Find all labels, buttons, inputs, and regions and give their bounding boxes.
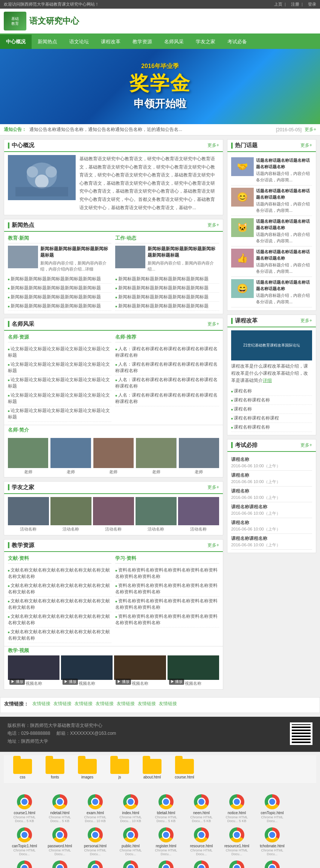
fl-item-1[interactable]: 友情链接: [53, 701, 72, 707]
famous-list-item[interactable]: 论文标题论文标题论文标题论文标题论文标题论文标题: [8, 345, 111, 360]
curriculum-detail[interactable]: 详细: [263, 378, 272, 383]
exam-course-5[interactable]: 课程名称课程名称: [231, 535, 312, 542]
famous-list-item[interactable]: 论文标题论文标题论文标题论文标题论文标题论文标题: [8, 375, 111, 391]
fl-item-5[interactable]: 友情链接: [138, 701, 156, 707]
famous-list-item[interactable]: 人名：课程名称课程名称课程名称课程名称课程名称课程名称: [115, 345, 219, 360]
news-list-item[interactable]: 新闻标题新闻标题新闻标题新闻标题新闻标题: [115, 302, 219, 311]
chrome-file-13[interactable]: resource.htmlChrome HTML Docu...: [184, 826, 218, 857]
nav-item-7[interactable]: 考试必备: [221, 35, 253, 49]
news-list-item[interactable]: 新闻标题新闻标题新闻标题新闻标题新闻标题: [8, 302, 111, 311]
resource-list-item[interactable]: 文献名称文献名称文献名称文献名称文献名称文献名称文献名称: [8, 566, 111, 581]
nav-link-6[interactable]: 学友之家: [190, 35, 221, 49]
chrome-file-1[interactable]: ndetail.htmlChrome HTML Docu... 5 KB: [43, 793, 77, 824]
chrome-file-15[interactable]: tchobnate.htmlChrome HTML Docu...: [255, 826, 289, 857]
chrome-file-11[interactable]: public.htmlChrome HTML Docu...: [114, 826, 148, 857]
famous-list-item[interactable]: 论文标题论文标题论文标题论文标题论文标题论文标题: [8, 391, 111, 406]
fl-item-6[interactable]: 友情链接: [159, 701, 177, 707]
folder-css[interactable]: css: [8, 759, 38, 779]
news-more[interactable]: 更多+: [207, 222, 219, 228]
exam-course-4[interactable]: 课程名称: [231, 520, 312, 526]
folder-images[interactable]: images: [72, 759, 102, 779]
video-play-0[interactable]: ▶ 播放: [9, 679, 25, 685]
nav-item-0[interactable]: 中心概况: [0, 35, 32, 49]
nav-link-4[interactable]: 教学资源: [126, 35, 158, 49]
news-list-item[interactable]: 新闻标题新闻标题新闻标题新闻标题新闻标题: [115, 284, 219, 293]
news-list-item[interactable]: 新闻标题新闻标题新闻标题新闻标题新闻标题: [8, 275, 111, 284]
nav-link-0[interactable]: 中心概况: [0, 35, 32, 49]
chrome-file-9[interactable]: password.htmlChrome HTML Docu...: [43, 826, 77, 857]
resource-list-item[interactable]: 资料名称资料名称资料名称资料名称资料名称资料名称资料名称资料名称: [115, 612, 219, 628]
chrome-file-8[interactable]: canTopic1.htmlChrome HTML Docu...: [8, 826, 41, 857]
top-link-home[interactable]: 上页: [274, 2, 282, 6]
chrome-file-2[interactable]: exam.htmlChrome HTML Docu... 10 KB: [78, 793, 112, 824]
notice-more[interactable]: 更多+: [305, 126, 316, 133]
fl-item-2[interactable]: 友情链接: [75, 701, 93, 707]
resource-list-item[interactable]: 资料名称资料名称资料名称资料名称资料名称资料名称资料名称资料名称: [115, 566, 219, 581]
famous-more[interactable]: 更多+: [207, 321, 219, 327]
nav-link-7[interactable]: 考试必备: [221, 35, 253, 49]
students-more[interactable]: 更多+: [207, 484, 219, 491]
exam-course-1[interactable]: 课程名称: [231, 472, 312, 479]
nav-link-3[interactable]: 课程改革: [95, 35, 126, 49]
top-link-register[interactable]: 注册: [291, 2, 299, 6]
hot-topics-more[interactable]: 更多+: [300, 142, 312, 149]
famous-list-item[interactable]: 人名：课程名称课程名称课程名称课程名称课程名称课程名称: [115, 375, 219, 391]
chrome-file-14[interactable]: resource1.htmlChrome HTML Docu...: [220, 826, 254, 857]
chrome-file-23[interactable]: vdetail.htmlChrome HTML Docu...: [255, 859, 289, 868]
folder-about.html[interactable]: about.html: [137, 759, 167, 779]
folder-course.html[interactable]: course.html: [169, 759, 200, 779]
nav-item-2[interactable]: 语文论坛: [63, 35, 95, 49]
exam-course-3[interactable]: 课程名称课程名称: [231, 504, 312, 510]
famous-list-item[interactable]: 人名：课程名称课程名称课程名称课程名称课程名称课程名称: [115, 391, 219, 406]
curriculum-list-item-1[interactable]: 课程名称课程名称: [231, 396, 312, 405]
chrome-file-20[interactable]: teachers1.htmlChrome HTML Docu...: [149, 859, 183, 868]
resource-list-item[interactable]: 文献名称文献名称文献名称文献名称文献名称文献名称文献名称: [8, 581, 111, 597]
chrome-file-7[interactable]: cenTopic.htmlChrome HTML Docu...: [255, 793, 289, 824]
hot-topic-title-0[interactable]: 话题名称话题名称话题名称话题名称话题名称: [256, 157, 312, 170]
chrome-file-17[interactable]: t1detail.htmlChrome HTML Docu...: [43, 859, 77, 868]
famous-list-item[interactable]: 论文标题论文标题论文标题论文标题论文标题论文标题: [8, 360, 111, 375]
nav-item-1[interactable]: 新闻热点: [32, 35, 63, 49]
resource-list-item[interactable]: 文献名称文献名称文献名称文献名称文献名称文献名称文献名称: [8, 597, 111, 612]
nav-item-4[interactable]: 教学资源: [126, 35, 158, 49]
resource-list-item[interactable]: 资料名称资料名称资料名称资料名称资料名称资料名称资料名称资料名称: [115, 581, 219, 597]
news-list-item[interactable]: 新闻标题新闻标题新闻标题新闻标题新闻标题: [8, 284, 111, 293]
news-list-item[interactable]: 新闻标题新闻标题新闻标题新闻标题新闻标题: [115, 275, 219, 284]
chrome-file-5[interactable]: neen.htmlChrome HTML Docu... 5 KB: [184, 793, 218, 824]
news-list-item[interactable]: 新闻标题新闻标题新闻标题新闻标题新闻标题: [8, 293, 111, 302]
curriculum-list-item-2[interactable]: 课程名称: [231, 405, 312, 414]
exam-course-0[interactable]: 课程名称: [231, 456, 312, 463]
overview-more[interactable]: 更多+: [207, 142, 219, 149]
fl-item-4[interactable]: 友情链接: [117, 701, 135, 707]
hot-topic-title-2[interactable]: 话题名称话题名称话题名称话题名称话题名称: [256, 218, 312, 231]
resources-more[interactable]: 更多+: [207, 542, 219, 549]
fl-item-0[interactable]: 友情链接: [32, 701, 50, 707]
resource-list-item[interactable]: 资料名称资料名称资料名称资料名称资料名称资料名称资料名称资料名称: [115, 597, 219, 612]
video-play-1[interactable]: ▶ 播放: [62, 679, 78, 685]
chrome-file-6[interactable]: notice.htmlChrome HTML Docu... 5 KB: [220, 793, 254, 824]
chrome-file-10[interactable]: personal.htmlChrome HTML Docu...: [78, 826, 112, 857]
curriculum-more[interactable]: 更多+: [300, 318, 312, 324]
curriculum-list-item-0[interactable]: 课程名称: [231, 387, 312, 396]
hot-topic-title-4[interactable]: 话题名称话题名称话题名称话题名称话题名称: [256, 279, 312, 292]
folder-fonts[interactable]: fonts: [40, 759, 70, 779]
famous-list-item[interactable]: 人名：课程名称课程名称课程名称课程名称课程名称课程名称: [115, 360, 219, 375]
resource-list-item[interactable]: 文献名称文献名称文献名称文献名称文献名称文献名称文献名称: [8, 628, 111, 643]
chrome-file-19[interactable]: teachers.htmlChrome HTML Docu...: [114, 859, 148, 868]
chrome-file-12[interactable]: register.htmlChrome HTML Docu...: [149, 826, 183, 857]
news-list-item[interactable]: 新闻标题新闻标题新闻标题新闻标题新闻标题: [115, 293, 219, 302]
folder-js[interactable]: js: [105, 759, 135, 779]
chrome-file-22[interactable]: upload.htmlChrome HTML Docu...: [220, 859, 254, 868]
chrome-file-16[interactable]: tdetail.htmlChrome HTML Docu...: [8, 859, 41, 868]
curriculum-list-item-4[interactable]: 课程名称课程名称: [231, 423, 312, 432]
chrome-file-21[interactable]: topic.htmlChrome HTML Docu...: [184, 859, 218, 868]
chrome-file-0[interactable]: course1.htmlChrome HTML Docu... 5 KB: [8, 793, 41, 824]
nav-link-5[interactable]: 名师风采: [158, 35, 190, 49]
nav-link-2[interactable]: 语文论坛: [63, 35, 95, 49]
nav-link-1[interactable]: 新闻热点: [32, 35, 63, 49]
video-play-2[interactable]: ▶ 播放: [116, 679, 131, 685]
hot-topic-title-3[interactable]: 话题名称话题名称话题名称话题名称话题名称: [256, 249, 312, 261]
chrome-file-18[interactable]: t1detail.htmlChrome HTML Docu...: [78, 859, 112, 868]
hot-topic-title-1[interactable]: 话题名称话题名称话题名称话题名称话题名称: [256, 188, 312, 200]
nav-item-5[interactable]: 名师风采: [158, 35, 190, 49]
